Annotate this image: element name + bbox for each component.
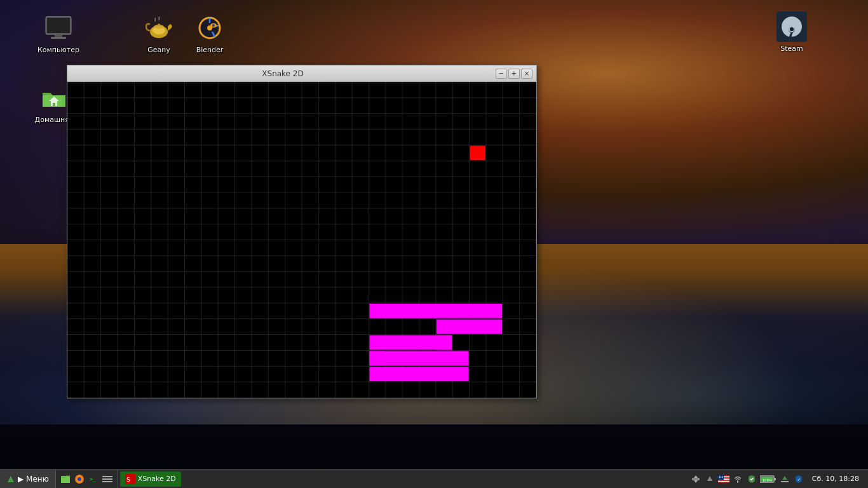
window-maximize-button[interactable]: +: [508, 69, 520, 79]
menu-label: ▶ Меню: [18, 475, 49, 484]
desktop-icon-computer[interactable]: Компьютер: [33, 13, 84, 54]
menu-icon: [6, 475, 15, 484]
svg-point-25: [78, 477, 81, 481]
desktop-icon-geany[interactable]: Geany: [133, 13, 184, 54]
svg-marker-36: [707, 476, 712, 481]
window-close-button[interactable]: ×: [521, 69, 532, 79]
taskbar-apps: S XSnake 2D: [118, 470, 686, 488]
taskbar-clock: Сб. 10, 18:28: [807, 475, 864, 483]
svg-text:100%: 100%: [763, 478, 773, 482]
svg-point-42: [719, 475, 719, 476]
svg-rect-1: [47, 18, 70, 33]
blender-icon: [194, 13, 225, 43]
systray-battery-icon[interactable]: 100%: [760, 473, 776, 485]
svg-rect-49: [774, 478, 776, 480]
svg-point-43: [721, 475, 721, 476]
svg-point-7: [158, 24, 160, 26]
blender-icon-label: Blender: [196, 46, 224, 54]
svg-marker-53: [782, 476, 787, 480]
geany-icon: [144, 13, 174, 43]
svg-point-45: [719, 477, 719, 478]
geany-icon-label: Geany: [147, 46, 170, 54]
window-controls: − + ×: [494, 69, 532, 79]
svg-point-47: [722, 477, 722, 478]
svg-text:>_: >_: [90, 477, 96, 482]
computer-icon: [43, 13, 74, 43]
systray-expand-icon[interactable]: [690, 473, 702, 485]
svg-point-16: [213, 25, 214, 26]
taskbar-quicklaunch: >_: [56, 470, 118, 488]
systray-wifi-icon[interactable]: [732, 473, 743, 485]
svg-rect-52: [781, 481, 789, 482]
grid-canvas: [67, 82, 536, 398]
taskbar-xsnake-item[interactable]: S XSnake 2D: [120, 471, 181, 487]
taskbar-settings-icon[interactable]: [100, 472, 114, 486]
svg-rect-28: [102, 476, 112, 477]
svg-point-44: [722, 475, 722, 476]
svg-point-18: [789, 27, 794, 32]
xsnake-window: XSnake 2D − + ×: [67, 65, 537, 398]
desktop-icon-steam[interactable]: Steam: [766, 11, 817, 53]
taskbar-menu-button[interactable]: ▶ Меню: [0, 470, 56, 488]
svg-rect-2: [55, 34, 62, 37]
taskbar-files-icon[interactable]: [58, 472, 72, 486]
systray-up-icon[interactable]: [704, 473, 715, 485]
systray-security-icon[interactable]: ✓: [793, 473, 804, 485]
svg-point-46: [721, 477, 721, 478]
window-minimize-button[interactable]: −: [496, 69, 507, 79]
svg-marker-34: [694, 475, 698, 478]
desktop-icon-blender[interactable]: Blender: [184, 13, 235, 54]
taskbar-systray: 100% ✓ Сб. 10, 18:28: [686, 470, 868, 488]
systray-vpn-icon[interactable]: [746, 473, 757, 485]
steam-icon: [776, 11, 807, 42]
home-icon: [39, 83, 69, 113]
game-canvas[interactable]: [67, 82, 536, 398]
taskbar: ▶ Меню >_: [0, 469, 868, 488]
svg-rect-21: [53, 103, 55, 106]
desktop: Компьютер Geany: [0, 0, 868, 488]
svg-rect-33: [692, 478, 700, 480]
window-title: XSnake 2D: [71, 69, 494, 78]
svg-rect-40: [718, 480, 729, 482]
systray-keyboard-icon[interactable]: [718, 473, 729, 485]
steam-icon-label: Steam: [780, 44, 803, 53]
svg-rect-30: [102, 481, 112, 482]
svg-rect-3: [51, 37, 66, 39]
svg-text:S: S: [126, 477, 130, 483]
svg-text:✓: ✓: [797, 477, 801, 482]
computer-icon-label: Компьютер: [37, 46, 79, 54]
xsnake-taskbar-label: XSnake 2D: [138, 475, 176, 483]
systray-update-icon[interactable]: [779, 473, 790, 485]
xsnake-taskbar-icon: S: [125, 474, 135, 484]
taskbar-terminal-icon[interactable]: >_: [86, 472, 100, 486]
window-titlebar[interactable]: XSnake 2D − + ×: [67, 65, 536, 82]
svg-marker-22: [8, 476, 14, 482]
svg-rect-29: [102, 478, 112, 480]
svg-marker-35: [694, 480, 698, 483]
taskbar-firefox-icon[interactable]: [72, 472, 86, 486]
